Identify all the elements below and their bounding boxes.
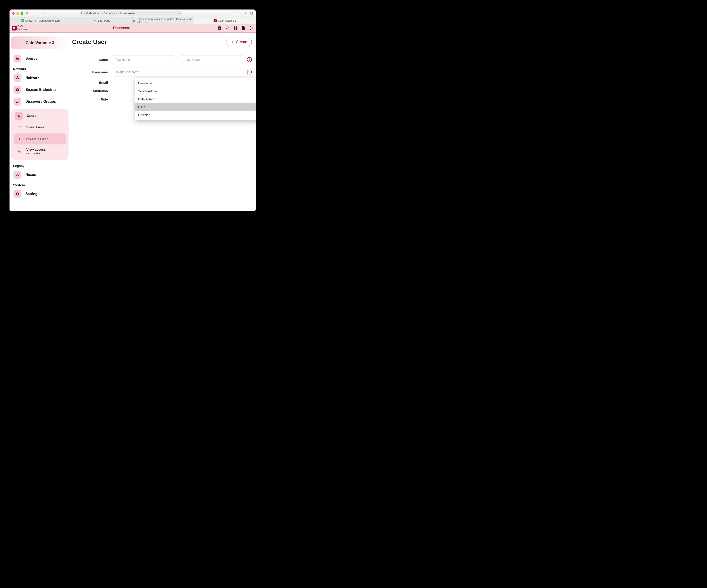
browser-tab-active[interactable]: CV Cafe Variome 3: [194, 17, 256, 24]
traffic-lights: [12, 12, 23, 15]
sidebar-group-network: Network: [11, 65, 69, 72]
role-option[interactable]: Disabled: [135, 111, 256, 119]
app-header: CV Cafe Variome Dashboard: [9, 24, 256, 33]
help-icon[interactable]: ?: [247, 57, 252, 62]
create-button[interactable]: Create: [226, 38, 252, 46]
brand[interactable]: CV Cafe Variome: [12, 25, 27, 31]
star-favicon-icon: ☆: [93, 19, 96, 22]
svg-point-19: [18, 78, 19, 79]
sidebar-sub-create-user[interactable]: Create a User: [14, 134, 66, 144]
svg-point-17: [17, 76, 18, 77]
tab-overview-icon[interactable]: [249, 11, 253, 16]
svg-point-21: [16, 101, 18, 102]
document-icon[interactable]: [241, 26, 246, 30]
browser-tab[interactable]: ☆ Start Page: [71, 17, 133, 24]
inbox-icon: [16, 148, 23, 155]
browser-window: ⌄ ‹ › cv3-dev.le.ac.uk/#/dashboard/user/…: [9, 9, 256, 211]
share-icon[interactable]: [237, 11, 241, 16]
app-favicon-icon: CV: [213, 19, 217, 22]
logout-icon[interactable]: [249, 26, 254, 30]
sidebar-item-settings[interactable]: Settings: [11, 188, 69, 200]
svg-point-22: [18, 101, 19, 102]
site-name-pill[interactable]: Cafe Variome 3: [11, 36, 69, 49]
sidebar-group-system: System: [11, 181, 69, 188]
sidebar-item-users[interactable]: Users: [12, 111, 67, 121]
sidebar-item-beacon[interactable]: Beacon Endpoints: [11, 84, 69, 96]
sidebar-group-legacy: Legacy: [11, 162, 69, 169]
sitemap-icon: [13, 74, 22, 82]
svg-point-36: [19, 175, 19, 176]
sidebar-sub-view-users[interactable]: View Users: [14, 121, 66, 133]
role-dropdown[interactable]: Developer Server Admin Data Admin User D…: [135, 78, 256, 120]
grid-icon[interactable]: [233, 26, 238, 30]
sidebar-sub-label: Create a User: [26, 137, 48, 141]
role-option[interactable]: Data Admin: [135, 95, 256, 103]
search-icon[interactable]: [225, 26, 230, 30]
lock-icon: [80, 12, 83, 14]
sidebar-item-label: Users: [27, 114, 36, 118]
page-title: Create User: [72, 38, 107, 45]
svg-rect-15: [236, 28, 237, 30]
zoom-window-icon[interactable]: [21, 12, 23, 15]
sidebar-item-discovery[interactable]: Discovery Groups: [11, 96, 69, 107]
sidebar-item-label: Source: [26, 57, 37, 61]
role-option[interactable]: Developer: [135, 79, 256, 87]
label-email: Email: [88, 81, 108, 84]
help-icon[interactable]: ?: [247, 70, 252, 74]
svg-rect-26: [19, 127, 19, 127]
sidebar-sub-label: View access requests: [26, 148, 53, 155]
chatgpt-favicon-icon: ✳: [21, 19, 24, 22]
form-row-name: Name ?: [88, 55, 252, 64]
browser-tab[interactable]: ✳ ChatGPT - Markdown Wizard: [9, 17, 71, 24]
new-tab-icon[interactable]: +: [244, 11, 246, 16]
browser-tab-label: Start Page: [98, 19, 110, 22]
svg-rect-12: [234, 26, 235, 28]
sidebar-item-source[interactable]: Source: [11, 53, 69, 64]
role-option[interactable]: Server Admin: [135, 87, 256, 95]
svg-rect-0: [27, 12, 29, 14]
page-header-title: Dashboard: [27, 26, 217, 30]
sidebar-users-block: Users View Users Create a User View acce…: [11, 109, 69, 160]
hub-icon: [13, 171, 22, 179]
close-window-icon[interactable]: [12, 12, 15, 15]
gear-icon: [13, 190, 22, 198]
info-icon[interactable]: [217, 26, 222, 30]
star-circle-icon: [13, 86, 22, 94]
svg-point-35: [16, 175, 16, 176]
browser-tab[interactable]: ▦ User and Admin Access Control · Cafe V…: [133, 17, 194, 24]
first-name-input[interactable]: [112, 55, 173, 64]
role-option-selected[interactable]: User: [135, 103, 256, 111]
label-affiliation: Affiliation: [88, 89, 108, 93]
nav-back-icon[interactable]: ‹: [41, 12, 46, 15]
sidebar-sub-label: View Users: [26, 125, 44, 129]
last-name-input[interactable]: [182, 55, 243, 64]
nav-forward-icon[interactable]: ›: [47, 12, 52, 15]
list-icon: [16, 124, 23, 130]
svg-rect-14: [234, 28, 235, 30]
sidebar-item-label: Settings: [26, 192, 39, 196]
sidebar-sub-access-requests[interactable]: View access requests: [14, 145, 66, 157]
username-input[interactable]: [112, 68, 243, 76]
svg-point-10: [226, 27, 228, 29]
svg-point-23: [18, 114, 19, 115]
svg-text:CV: CV: [13, 27, 15, 29]
address-bar[interactable]: cv3-dev.le.ac.uk/#/dashboard/user/create: [80, 11, 182, 16]
chevron-down-icon[interactable]: ⌄: [33, 12, 37, 15]
sidebar-item-label: Nexus: [26, 173, 36, 177]
svg-rect-8: [219, 28, 220, 29]
sidebar-toggle-icon[interactable]: [26, 11, 30, 15]
svg-point-32: [17, 174, 18, 175]
sidebar-item-nexus[interactable]: Nexus: [11, 169, 69, 180]
browser-tab-label: User and Admin Access Control · Cafe Var…: [137, 18, 194, 24]
svg-point-9: [219, 27, 220, 27]
reload-icon[interactable]: [178, 12, 180, 14]
sidebar-item-label: Discovery Groups: [26, 100, 56, 104]
svg-rect-27: [19, 127, 21, 127]
svg-rect-29: [19, 128, 21, 128]
header-actions: [217, 26, 254, 30]
brand-logo-icon: CV: [12, 26, 16, 31]
browser-tab-label: ChatGPT - Markdown Wizard: [25, 19, 60, 22]
label-username: Username: [88, 70, 108, 74]
sidebar-item-network[interactable]: Network: [11, 72, 69, 83]
minimize-window-icon[interactable]: [16, 12, 19, 15]
